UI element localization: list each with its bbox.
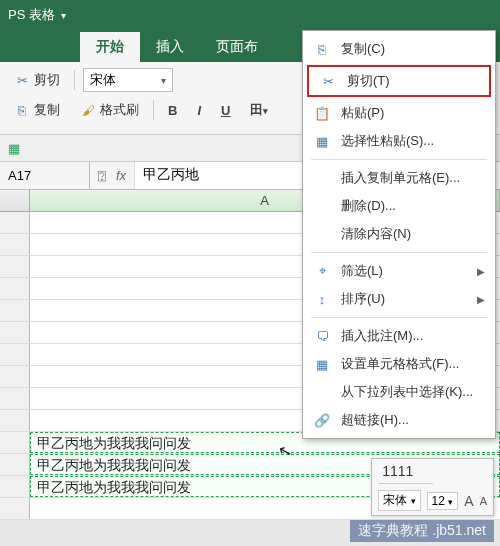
menu-filter[interactable]: ⌖ 筛选(L) ▶ (303, 257, 495, 285)
format-cells-icon: ▦ (313, 357, 331, 372)
menu-pick-dropdown-label: 从下拉列表中选择(K)... (341, 383, 473, 401)
mini-toolbar: 1111 宋体 ▾ 12 ▾ A A (371, 458, 494, 516)
menu-filter-label: 筛选(L) (341, 262, 383, 280)
menu-sort-label: 排序(U) (341, 290, 385, 308)
font-name-value: 宋体 (90, 71, 116, 89)
menu-insert-copied-cells[interactable]: 插入复制单元格(E)... (303, 164, 495, 192)
watermark: 速字典教程 .jb51.net (350, 520, 494, 542)
decrease-font-icon[interactable]: A (480, 495, 487, 507)
menu-format-cells[interactable]: ▦ 设置单元格格式(F)... (303, 350, 495, 378)
tab-insert[interactable]: 插入 (140, 32, 200, 62)
menu-paste-special[interactable]: ▦ 选择性粘贴(S)... (303, 127, 495, 155)
mini-font-name[interactable]: 宋体 ▾ (378, 490, 420, 511)
menu-separator (311, 159, 487, 160)
row-header[interactable] (0, 322, 30, 343)
menu-insert-comment-label: 插入批注(M)... (341, 327, 423, 345)
app-menu-dropdown-icon[interactable]: ▾ (61, 10, 66, 21)
separator (153, 100, 154, 120)
copy-icon: ⎘ (313, 42, 331, 57)
menu-separator (311, 317, 487, 318)
menu-clear-label: 清除内容(N) (341, 225, 411, 243)
menu-pick-from-dropdown[interactable]: 从下拉列表中选择(K)... (303, 378, 495, 406)
sort-icon: ↕ (313, 292, 331, 307)
chevron-right-icon: ▶ (477, 266, 485, 277)
scissors-icon: ✂ (14, 72, 30, 88)
menu-copy[interactable]: ⎘ 复制(C) (303, 35, 495, 63)
chevron-down-icon: ▾ (448, 497, 453, 507)
font-name-select[interactable]: 宋体 ▾ (83, 68, 173, 92)
select-all-corner[interactable] (0, 190, 30, 211)
formula-value: 甲乙丙地 (143, 166, 199, 182)
menu-delete-label: 删除(D)... (341, 197, 396, 215)
cut-button[interactable]: ✂ 剪切 (8, 68, 66, 92)
row-header[interactable] (0, 234, 30, 255)
italic-button[interactable]: I (191, 100, 207, 121)
menu-paste-special-label: 选择性粘贴(S)... (341, 132, 434, 150)
clipboard-icon: 📋 (313, 106, 331, 121)
menu-copy-label: 复制(C) (341, 40, 385, 58)
border-button[interactable]: 田▾ (244, 98, 274, 122)
title-bar: PS 表格 ▾ (0, 0, 500, 30)
menu-cut[interactable]: ✂ 剪切(T) (307, 65, 491, 97)
menu-insert-copied-label: 插入复制单元格(E)... (341, 169, 460, 187)
row-header[interactable] (0, 366, 30, 387)
brush-icon: 🖌 (80, 102, 96, 118)
menu-sort[interactable]: ↕ 排序(U) ▶ (303, 285, 495, 313)
tab-start[interactable]: 开始 (80, 32, 140, 62)
copy-label: 复制 (34, 101, 60, 119)
chevron-down-icon: ▾ (161, 75, 166, 86)
row-header[interactable] (0, 498, 30, 519)
context-menu: ⎘ 复制(C) ✂ 剪切(T) 📋 粘贴(P) ▦ 选择性粘贴(S)... 插入… (302, 30, 496, 439)
row-header[interactable] (0, 256, 30, 277)
row-header[interactable] (0, 278, 30, 299)
row-header[interactable] (0, 410, 30, 431)
format-painter-button[interactable]: 🖌 格式刷 (74, 98, 145, 122)
copy-button[interactable]: ⎘ 复制 (8, 98, 66, 122)
menu-format-cells-label: 设置单元格格式(F)... (341, 355, 459, 373)
tab-page-layout[interactable]: 页面布 (200, 32, 274, 62)
menu-paste-label: 粘贴(P) (341, 104, 384, 122)
format-painter-label: 格式刷 (100, 101, 139, 119)
chevron-right-icon: ▶ (477, 294, 485, 305)
row-header[interactable] (0, 476, 30, 497)
worksheet-icon[interactable]: ▦ (8, 141, 20, 156)
paste-special-icon: ▦ (313, 134, 331, 149)
scissors-icon: ✂ (319, 74, 337, 89)
bold-button[interactable]: B (162, 100, 183, 121)
row-header[interactable] (0, 388, 30, 409)
help-icon[interactable]: ⍰ (98, 168, 106, 183)
comment-icon: 🗨 (313, 329, 331, 344)
filter-icon: ⌖ (313, 263, 331, 279)
name-box-value: A17 (8, 168, 31, 183)
menu-clear-contents[interactable]: 清除内容(N) (303, 220, 495, 248)
copy-icon: ⎘ (14, 102, 30, 118)
row-header[interactable] (0, 300, 30, 321)
border-icon: 田 (250, 102, 263, 117)
separator (74, 70, 75, 90)
name-box[interactable]: A17 (0, 162, 90, 189)
app-title: PS 表格 (8, 6, 55, 24)
underline-button[interactable]: U (215, 100, 236, 121)
row-header[interactable] (0, 432, 30, 453)
row-header[interactable] (0, 212, 30, 233)
menu-paste[interactable]: 📋 粘贴(P) (303, 99, 495, 127)
menu-hyperlink[interactable]: 🔗 超链接(H)... (303, 406, 495, 434)
menu-delete[interactable]: 删除(D)... (303, 192, 495, 220)
menu-separator (311, 252, 487, 253)
chevron-down-icon: ▾ (263, 106, 268, 116)
increase-font-icon[interactable]: A (464, 493, 473, 509)
row-header[interactable] (0, 344, 30, 365)
row-header[interactable] (0, 454, 30, 475)
mini-font-size[interactable]: 12 ▾ (427, 492, 459, 510)
menu-cut-label: 剪切(T) (347, 72, 390, 90)
mini-toolbar-value: 1111 (378, 463, 433, 484)
menu-insert-comment[interactable]: 🗨 插入批注(M)... (303, 322, 495, 350)
menu-hyperlink-label: 超链接(H)... (341, 411, 409, 429)
chevron-down-icon: ▾ (411, 496, 416, 506)
cut-label: 剪切 (34, 71, 60, 89)
fx-label[interactable]: fx (116, 168, 126, 183)
link-icon: 🔗 (313, 413, 331, 428)
